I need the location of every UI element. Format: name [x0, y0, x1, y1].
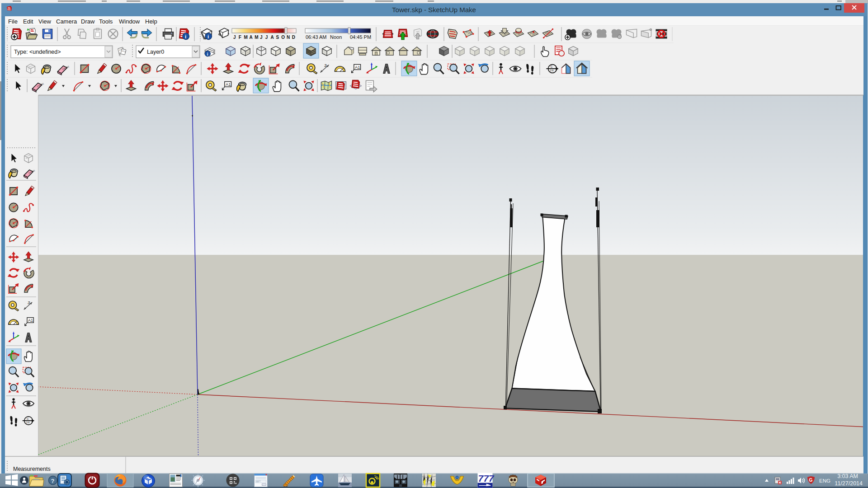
- svg-text:06:43 AM: 06:43 AM: [306, 34, 326, 40]
- svg-text:J: J: [265, 35, 268, 40]
- svg-text:Camera: Camera: [56, 18, 77, 25]
- svg-text:3:03 AM: 3:03 AM: [837, 473, 858, 479]
- svg-text:J: J: [233, 35, 236, 40]
- svg-text:Help: Help: [145, 18, 157, 25]
- svg-text:Noon: Noon: [330, 34, 342, 40]
- svg-text:Layer0: Layer0: [147, 49, 164, 55]
- svg-text:F: F: [239, 35, 241, 40]
- svg-text:J: J: [260, 35, 263, 40]
- svg-text:A: A: [249, 35, 252, 40]
- svg-text:A: A: [271, 35, 274, 40]
- svg-text:ENG: ENG: [819, 478, 830, 483]
- svg-text:Edit: Edit: [23, 18, 33, 25]
- svg-text:11/27/2014: 11/27/2014: [835, 480, 863, 487]
- svg-text:View: View: [38, 18, 52, 25]
- svg-text:S: S: [276, 35, 279, 40]
- svg-text:?: ?: [51, 478, 55, 484]
- svg-text:777: 777: [478, 473, 495, 483]
- svg-text:Type: <undefined>: Type: <undefined>: [14, 49, 61, 55]
- svg-text:N: N: [287, 35, 290, 40]
- svg-text:File: File: [8, 18, 18, 25]
- svg-text:O: O: [281, 35, 285, 40]
- svg-text:M: M: [255, 35, 258, 40]
- svg-text:G: G: [809, 478, 813, 483]
- svg-text:Window: Window: [119, 18, 140, 25]
- svg-text:D: D: [292, 35, 295, 40]
- svg-text:Draw: Draw: [81, 18, 95, 25]
- svg-text:Measurements: Measurements: [13, 466, 51, 472]
- svg-text:04:45 PM: 04:45 PM: [350, 34, 371, 40]
- svg-text:Tools: Tools: [99, 18, 113, 25]
- svg-text:Tower.skp - SketchUp Make: Tower.skp - SketchUp Make: [392, 6, 476, 14]
- svg-text:M: M: [244, 35, 248, 40]
